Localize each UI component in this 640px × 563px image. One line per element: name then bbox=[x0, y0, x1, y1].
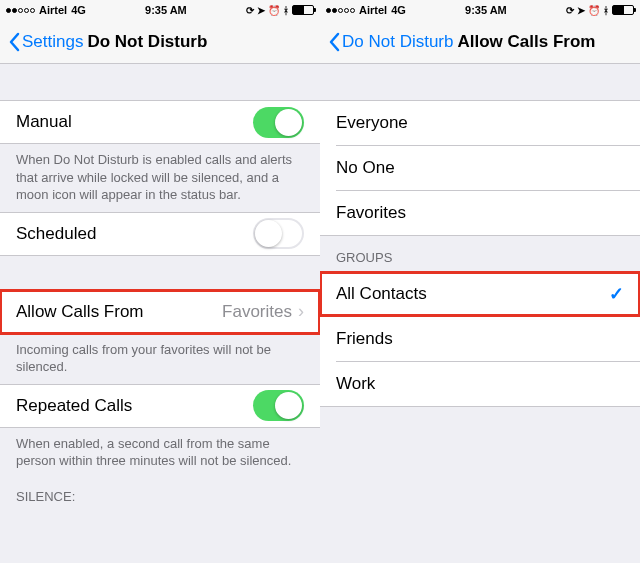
manual-row[interactable]: Manual bbox=[0, 100, 320, 144]
option-no-one[interactable]: No One bbox=[320, 146, 640, 190]
option-label: Favorites bbox=[336, 203, 406, 223]
signal-dots-icon bbox=[326, 8, 355, 13]
group-friends[interactable]: Friends bbox=[320, 317, 640, 361]
back-button[interactable]: Settings bbox=[8, 32, 83, 52]
group-all-contacts[interactable]: All Contacts ✓ bbox=[320, 272, 640, 316]
network-label: 4G bbox=[71, 4, 86, 16]
signal-dots-icon bbox=[6, 8, 35, 13]
status-time: 9:35 AM bbox=[465, 4, 507, 16]
manual-toggle[interactable] bbox=[253, 107, 304, 138]
location-icon: ➤ bbox=[257, 5, 265, 16]
groups-header: GROUPS bbox=[320, 236, 640, 271]
battery-icon bbox=[612, 5, 634, 15]
bluetooth-icon: ᚼ bbox=[283, 5, 289, 16]
bluetooth-icon: ᚼ bbox=[603, 5, 609, 16]
silence-header: SILENCE: bbox=[0, 478, 320, 514]
pane-do-not-disturb: Airtel 4G 9:35 AM ⟳ ➤ ⏰ ᚼ Settings Do No… bbox=[0, 0, 320, 563]
option-label: Everyone bbox=[336, 113, 408, 133]
allow-calls-value: Favorites bbox=[222, 302, 292, 322]
chevron-right-icon: › bbox=[298, 301, 304, 322]
groups-group: All Contacts ✓ Friends Work bbox=[320, 271, 640, 407]
manual-footer: When Do Not Disturb is enabled calls and… bbox=[0, 144, 320, 212]
checkmark-icon: ✓ bbox=[609, 283, 624, 305]
status-time: 9:35 AM bbox=[145, 4, 187, 16]
option-favorites[interactable]: Favorites bbox=[320, 191, 640, 235]
back-label: Settings bbox=[22, 32, 83, 52]
nav-bar: Do Not Disturb Allow Calls From bbox=[320, 20, 640, 64]
allow-calls-row[interactable]: Allow Calls From Favorites › bbox=[0, 290, 320, 334]
group-label: All Contacts bbox=[336, 284, 427, 304]
carrier-label: Airtel bbox=[39, 4, 67, 16]
pane-allow-calls-from: Airtel 4G 9:35 AM ⟳ ➤ ⏰ ᚼ Do Not Disturb… bbox=[320, 0, 640, 563]
settings-content: Manual When Do Not Disturb is enabled ca… bbox=[0, 64, 320, 563]
scheduled-label: Scheduled bbox=[16, 224, 96, 244]
repeated-calls-row[interactable]: Repeated Calls bbox=[0, 384, 320, 428]
back-label: Do Not Disturb bbox=[342, 32, 453, 52]
rotation-lock-icon: ⟳ bbox=[246, 5, 254, 16]
repeated-calls-label: Repeated Calls bbox=[16, 396, 132, 416]
scheduled-toggle[interactable] bbox=[253, 218, 304, 249]
status-right-icons: ⟳ ➤ ⏰ ᚼ bbox=[566, 5, 634, 16]
chevron-left-icon bbox=[8, 32, 20, 52]
alarm-icon: ⏰ bbox=[588, 5, 600, 16]
manual-label: Manual bbox=[16, 112, 72, 132]
location-icon: ➤ bbox=[577, 5, 585, 16]
repeated-calls-toggle[interactable] bbox=[253, 390, 304, 421]
back-button[interactable]: Do Not Disturb bbox=[328, 32, 453, 52]
group-work[interactable]: Work bbox=[320, 362, 640, 406]
allow-content: Everyone No One Favorites GROUPS All Con… bbox=[320, 64, 640, 563]
allow-calls-footer: Incoming calls from your favorites will … bbox=[0, 334, 320, 384]
status-right-icons: ⟳ ➤ ⏰ ᚼ bbox=[246, 5, 314, 16]
repeated-calls-footer: When enabled, a second call from the sam… bbox=[0, 428, 320, 478]
page-title: Do Not Disturb bbox=[87, 32, 207, 52]
group-label: Work bbox=[336, 374, 375, 394]
option-label: No One bbox=[336, 158, 395, 178]
battery-icon bbox=[292, 5, 314, 15]
carrier-label: Airtel bbox=[359, 4, 387, 16]
options-group: Everyone No One Favorites bbox=[320, 100, 640, 236]
alarm-icon: ⏰ bbox=[268, 5, 280, 16]
group-label: Friends bbox=[336, 329, 393, 349]
nav-bar: Settings Do Not Disturb bbox=[0, 20, 320, 64]
status-bar: Airtel 4G 9:35 AM ⟳ ➤ ⏰ ᚼ bbox=[0, 0, 320, 20]
page-title: Allow Calls From bbox=[457, 32, 595, 52]
option-everyone[interactable]: Everyone bbox=[320, 101, 640, 145]
status-bar: Airtel 4G 9:35 AM ⟳ ➤ ⏰ ᚼ bbox=[320, 0, 640, 20]
network-label: 4G bbox=[391, 4, 406, 16]
scheduled-row[interactable]: Scheduled bbox=[0, 212, 320, 256]
allow-calls-label: Allow Calls From bbox=[16, 302, 144, 322]
chevron-left-icon bbox=[328, 32, 340, 52]
rotation-lock-icon: ⟳ bbox=[566, 5, 574, 16]
